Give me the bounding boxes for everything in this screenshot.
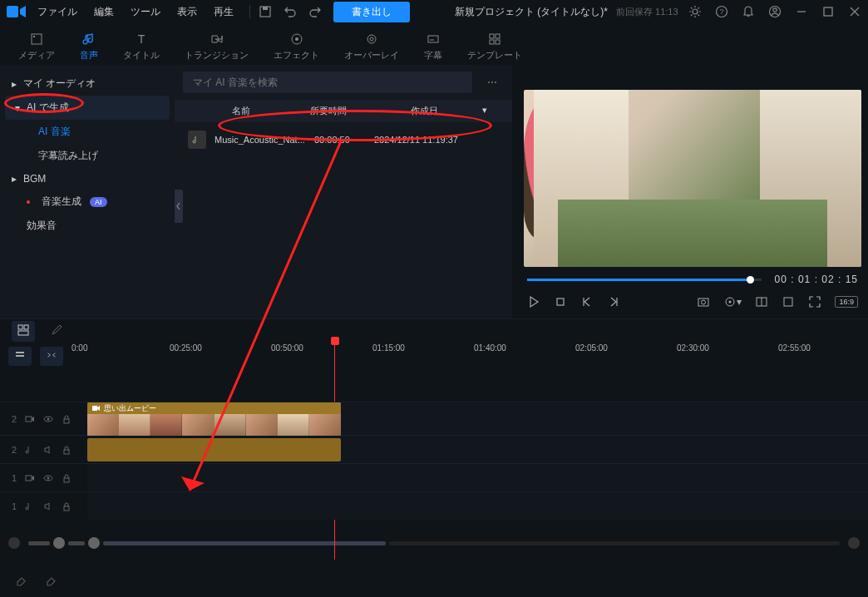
column-duration[interactable]: 所要時間 (291, 105, 366, 117)
maximize-icon[interactable] (821, 5, 835, 18)
video-track-icon[interactable] (25, 414, 35, 424)
svg-rect-19 (428, 36, 438, 42)
zoom-out-icon[interactable] (8, 537, 20, 549)
svg-rect-32 (784, 298, 792, 306)
tab-overlay[interactable]: オーバーレイ (333, 27, 411, 65)
track-video-1: 1 (0, 463, 868, 491)
export-button[interactable]: 書き出し (333, 2, 410, 22)
more-menu-icon[interactable]: ⋯ (481, 76, 504, 88)
svg-rect-48 (64, 506, 69, 511)
audio-row[interactable]: Music_Acoustic_Nat... 00:00:59 2024/12/1… (175, 122, 512, 157)
menu-view[interactable]: 表示 (170, 3, 205, 21)
mute-icon[interactable] (43, 501, 53, 511)
svg-point-3 (693, 9, 698, 14)
track-audio-2: 2 (0, 435, 868, 463)
menu-items: ファイル 編集 ツール 表示 再生 (30, 3, 241, 21)
svg-rect-35 (18, 331, 28, 335)
save-icon[interactable] (259, 5, 272, 18)
svg-rect-26 (698, 298, 708, 306)
tab-media[interactable]: メディア (7, 27, 67, 65)
mute-icon[interactable] (43, 445, 53, 455)
visibility-icon[interactable] (43, 473, 53, 483)
collapse-handle[interactable] (175, 190, 183, 223)
track-audio-1: 1 (0, 491, 868, 520)
svg-point-40 (47, 417, 50, 420)
zoom-slider[interactable] (28, 537, 840, 549)
sidebar-ai-music[interactable]: AI 音楽 (2, 120, 173, 144)
app-logo-icon (7, 4, 27, 19)
timeline-view-icon[interactable] (8, 347, 32, 366)
settings-icon[interactable] (688, 5, 702, 18)
tab-audio[interactable]: 音声 (68, 27, 110, 65)
compare-icon[interactable] (755, 295, 768, 308)
svg-point-7 (773, 8, 777, 12)
lock-icon[interactable] (62, 445, 72, 455)
timeline-ruler[interactable]: 0:00 00:25:00 00:50:00 01:15:00 01:40:00… (72, 343, 860, 368)
lock-icon[interactable] (62, 501, 72, 511)
audio-track-icon[interactable] (25, 501, 35, 511)
preview-time: 00 : 01 : 02 : 15 (775, 274, 858, 285)
minimize-icon[interactable] (795, 5, 808, 18)
timeline-magnet-icon[interactable] (40, 347, 63, 366)
edit-tool-select-icon[interactable] (12, 321, 35, 342)
menu-file[interactable]: ファイル (30, 3, 85, 21)
column-date[interactable]: 作成日 (366, 105, 482, 117)
playhead-icon[interactable] (331, 337, 339, 345)
video-track-icon[interactable] (25, 473, 35, 483)
menu-play[interactable]: 再生 (206, 3, 241, 21)
preview-progress[interactable] (527, 279, 762, 281)
close-icon[interactable] (848, 5, 861, 18)
account-icon[interactable] (768, 5, 782, 18)
svg-rect-38 (26, 417, 32, 422)
aspect-ratio-badge[interactable]: 16:9 (835, 296, 858, 308)
edit-tool-brush-icon[interactable] (50, 323, 63, 339)
sidebar-subtitle-tts[interactable]: 字幕読み上げ (2, 144, 173, 168)
column-name[interactable]: 名前 (191, 105, 291, 117)
timeline: 0:00 00:25:00 00:50:00 01:15:00 01:40:00… (0, 343, 868, 553)
svg-rect-36 (16, 352, 24, 353)
sidebar-my-audio[interactable]: ▸マイ オーディオ (2, 72, 173, 96)
tab-template[interactable]: テンプレート (456, 27, 534, 65)
tab-subtitle[interactable]: 字幕 (412, 27, 454, 65)
asset-tabs: メディア 音声 Tタイトル トランジション エフェクト オーバーレイ 字幕 テン… (0, 23, 868, 65)
bell-icon[interactable] (742, 5, 755, 18)
undo-icon[interactable] (284, 5, 297, 18)
svg-rect-9 (824, 7, 832, 16)
audio-clip[interactable] (87, 438, 341, 461)
sidebar-music-gen[interactable]: 音楽生成AI (2, 190, 173, 214)
crop-icon[interactable] (782, 295, 795, 308)
preview-screen[interactable] (524, 90, 861, 267)
tab-transition[interactable]: トランジション (173, 27, 260, 65)
tab-effect[interactable]: エフェクト (262, 27, 331, 65)
prev-frame-icon[interactable] (580, 295, 594, 308)
quality-icon[interactable]: ▾ (723, 295, 742, 308)
audio-list-panel: ⋯ 名前 所要時間 作成日 ▾ Music_Acoustic_Nat... 00… (175, 65, 512, 318)
lock-icon[interactable] (62, 414, 72, 424)
sidebar-sfx[interactable]: 効果音 (2, 214, 173, 238)
stop-icon[interactable] (554, 295, 567, 308)
audio-date: 2024/12/11 11:19:37 (374, 135, 499, 145)
redo-icon[interactable] (308, 5, 322, 18)
search-input[interactable] (183, 72, 472, 93)
svg-point-16 (295, 37, 298, 41)
preview-panel: 00 : 01 : 02 : 15 ▾ 16:9 (512, 65, 868, 318)
snapshot-icon[interactable] (697, 295, 710, 308)
sidebar-bgm[interactable]: ▸BGM (2, 168, 173, 190)
audio-duration: 00:00:59 (314, 135, 374, 145)
lock-icon[interactable] (62, 473, 72, 483)
audio-track-icon[interactable] (25, 445, 35, 455)
svg-text:T: T (138, 32, 145, 46)
next-frame-icon[interactable] (607, 295, 620, 308)
sidebar-ai-generate[interactable]: ▾AI で生成 (5, 96, 170, 120)
column-menu-icon[interactable]: ▾ (482, 105, 496, 117)
tab-title[interactable]: Tタイトル (111, 27, 171, 65)
play-icon[interactable] (527, 295, 540, 308)
svg-point-29 (729, 301, 732, 303)
help-icon[interactable]: ? (715, 5, 728, 18)
menu-tools[interactable]: ツール (123, 3, 168, 21)
fullscreen-icon[interactable] (808, 295, 821, 308)
menu-edit[interactable]: 編集 (86, 3, 121, 21)
zoom-in-icon[interactable] (848, 537, 860, 549)
visibility-icon[interactable] (43, 414, 53, 424)
audio-name: Music_Acoustic_Nat... (215, 135, 314, 145)
